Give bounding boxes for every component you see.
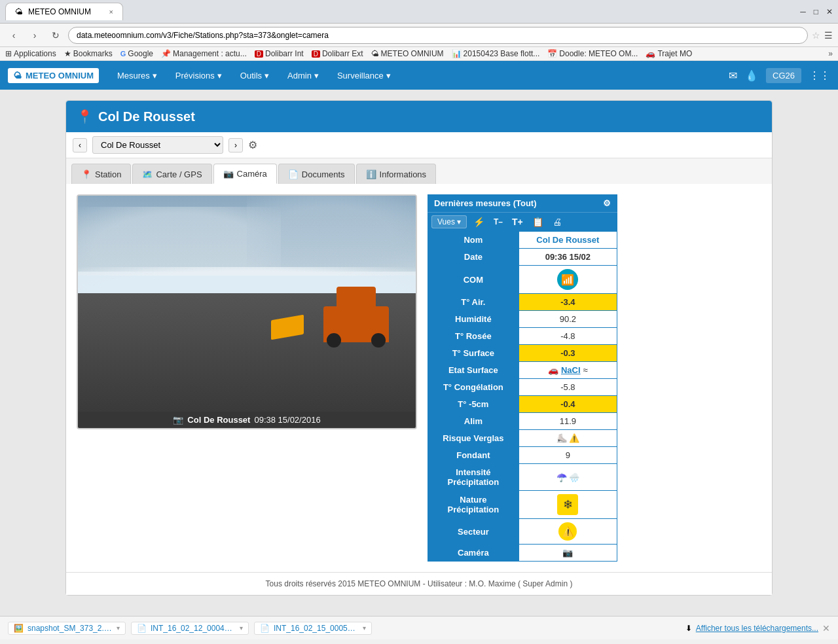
camera-section: 📷 Col De Rousset 09:38 15/02/2016 (77, 194, 417, 562)
browser-tab[interactable]: 🌤 METEO OMNIUM × (5, 3, 123, 20)
route-icon: 🚗 (646, 49, 655, 58)
table-row: T° Congélation -5.8 (428, 379, 617, 396)
download-chevron-2[interactable]: ▾ (363, 624, 366, 632)
prev-station-button[interactable]: ‹ (73, 138, 87, 152)
back-button[interactable]: ‹ (5, 27, 22, 44)
row-value-fondant: 9 (519, 447, 617, 464)
print-icon[interactable]: 🖨 (550, 215, 564, 228)
nav-previsions-label: Prévisions (175, 71, 215, 80)
tab-camera[interactable]: 📷 Caméra (213, 164, 277, 184)
table-view-icon[interactable]: 📋 (530, 215, 546, 228)
docs-tab-icon: 📄 (288, 170, 299, 179)
nav-surveillance[interactable]: Surveillance ▾ (329, 65, 399, 86)
grid-icon[interactable]: ⋮⋮ (809, 69, 830, 82)
download-file-icon: 🖼️ (14, 624, 24, 633)
menu-icon[interactable]: ☰ (824, 30, 833, 41)
download-chevron-0[interactable]: ▾ (117, 624, 120, 632)
text-small-icon[interactable]: T– (491, 216, 505, 228)
download-item-1[interactable]: 📄 INT_16_02_12_00049....pdf ▾ (131, 622, 249, 635)
bookmark-dolibarr-int[interactable]: D Dolibarr Int (255, 49, 304, 58)
nav-user[interactable]: CG26 (766, 68, 801, 83)
data-table-header: Dernières mesures (Tout) ⚙ (428, 194, 617, 212)
show-all-downloads-link[interactable]: Afficher tous les téléchargements... (696, 624, 818, 633)
camera-row-icon: 📷 (562, 548, 573, 558)
admin-chevron-icon: ▾ (314, 71, 319, 80)
tab-informations[interactable]: ℹ️ Informations (356, 164, 437, 184)
station-select[interactable]: Col De Rousset (92, 136, 223, 154)
row-value-t-rosee: -4.8 (519, 328, 617, 345)
download-pdf-icon-2: 📄 (260, 624, 270, 633)
bookmark-apps[interactable]: ⊞ Applications (5, 49, 56, 58)
nav-right: ✉ 💧 CG26 ⋮⋮ (729, 68, 830, 83)
row-label-secteur: Secteur (428, 519, 519, 545)
station-gear-icon[interactable]: ⚙ (248, 139, 257, 151)
table-row: Nature Précipitation ❄ (428, 491, 617, 519)
email-icon[interactable]: ✉ (729, 69, 737, 82)
bookmark-meteo[interactable]: 🌤 METEO OMNIUM (371, 49, 444, 58)
surveillance-chevron-icon: ▾ (386, 71, 391, 80)
nav-outils[interactable]: Outils ▾ (232, 65, 277, 86)
truck-wheel-right (371, 333, 386, 348)
more-bookmarks-icon[interactable]: » (828, 49, 833, 58)
vues-button[interactable]: Vues ▾ (431, 215, 467, 228)
snow-cloud-right (247, 196, 416, 272)
star-icon[interactable]: ☆ (812, 30, 820, 41)
download-item-2[interactable]: 📄 INT_16_02_15_00050....pdf ▾ (254, 622, 372, 635)
bookmark-doodle[interactable]: 📅 Doodle: METEO OM... (547, 49, 638, 58)
forward-button[interactable]: › (26, 27, 43, 44)
tab-station[interactable]: 📍 Station (71, 164, 131, 184)
downloads-close-icon[interactable]: ✕ (822, 623, 830, 634)
tab-close-button[interactable]: × (109, 8, 113, 16)
row-value-alim: 11.9 (519, 413, 617, 430)
tab-carte-gps[interactable]: 🗺️ Carte / GPS (132, 164, 211, 184)
download-name-2: INT_16_02_15_00050....pdf (274, 624, 359, 633)
row-value-nom: Col De Rousset (519, 232, 617, 249)
data-panel-title: Dernières mesures (Tout) (434, 198, 537, 208)
next-station-button[interactable]: › (228, 138, 243, 152)
car-icon: 🚗 (548, 365, 558, 375)
table-row: Intensité Précipitation ☂️ 🌧️ (428, 464, 617, 491)
lightning-icon[interactable]: ⚡ (471, 215, 487, 228)
google-icon: G (120, 50, 126, 58)
bookmark-google[interactable]: G Google (120, 49, 153, 58)
truck-wheel-left (327, 333, 341, 348)
nav-menu: Mesures ▾ Prévisions ▾ Outils ▾ Admin ▾ … (109, 65, 729, 86)
row-value-camera: 📷 (519, 545, 617, 562)
maximize-button[interactable]: □ (814, 7, 818, 16)
close-button[interactable]: ✕ (826, 7, 833, 16)
minimize-button[interactable]: ─ (800, 7, 806, 16)
nav-admin[interactable]: Admin ▾ (280, 65, 327, 86)
tab-documents[interactable]: 📄 Documents (278, 164, 355, 184)
downloads-bar: 🖼️ snapshot_SM_373_2....jpg ▾ 📄 INT_16_0… (0, 616, 838, 639)
bookmark-dolibarr-ext[interactable]: D Dolibarr Ext (312, 49, 363, 58)
camera-image-container: 📷 Col De Rousset 09:38 15/02/2016 (77, 194, 417, 429)
download-chevron-1[interactable]: ▾ (240, 624, 243, 632)
downloads-bar-right: ⬇ Afficher tous les téléchargements... ✕ (685, 623, 830, 634)
app-logo[interactable]: 🌤 METEO OMNIUM (8, 68, 99, 83)
row-label-nom: Nom (428, 232, 519, 249)
content-area: 📷 Col De Rousset 09:38 15/02/2016 Derniè… (66, 184, 772, 572)
data-panel-gear-icon[interactable]: ⚙ (603, 198, 611, 208)
cloud-icon: 🌤 (371, 49, 379, 58)
water-icon[interactable]: 💧 (745, 69, 758, 82)
reload-button[interactable]: ↻ (47, 27, 64, 44)
caption-time: 09:38 15/02/2016 (254, 415, 320, 425)
table-row: Humidité 90.2 (428, 311, 617, 328)
row-value-intensite: ☂️ 🌧️ (519, 464, 617, 491)
address-bar[interactable] (68, 27, 808, 44)
tab-informations-label: Informations (380, 170, 427, 179)
row-value-t-5cm: -0.4 (519, 396, 617, 413)
bookmark-bookmarks[interactable]: ★ Bookmarks (64, 49, 113, 58)
nav-previsions[interactable]: Prévisions ▾ (168, 65, 230, 86)
download-item-0[interactable]: 🖼️ snapshot_SM_373_2....jpg ▾ (8, 622, 126, 635)
star-filled-icon: ★ (64, 49, 71, 58)
bookmark-management[interactable]: 📌 Management : actu... (161, 49, 247, 58)
bookmark-trajet[interactable]: 🚗 Trajet MO (646, 49, 692, 58)
row-value-t-surface: -0.3 (519, 345, 617, 362)
tab-title: METEO OMNIUM (28, 7, 91, 16)
row-value-date: 09:36 15/02 (519, 249, 617, 266)
bookmark-base[interactable]: 📊 20150423 Base flott... (452, 49, 540, 58)
text-large-icon[interactable]: T+ (509, 215, 526, 228)
nav-mesures[interactable]: Mesures ▾ (109, 65, 165, 86)
footer-text: Tous droits réservés 2015 METEO OMNIUM -… (266, 579, 573, 588)
